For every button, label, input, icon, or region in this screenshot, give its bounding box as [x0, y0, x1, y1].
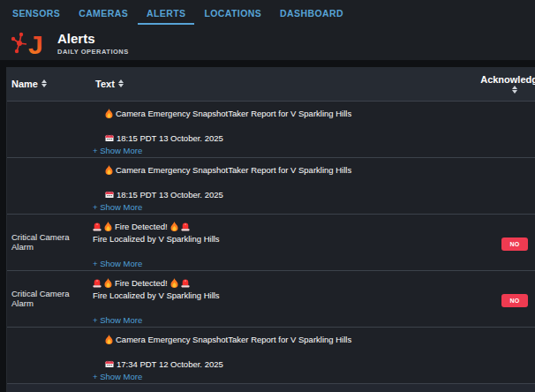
table-row: Critical Camera AlarmFire Detected!Fire …	[7, 214, 535, 270]
nav-item-cameras[interactable]: CAMERAS	[70, 0, 137, 26]
table-row: Camera Emergency SnapshotTaker Report fo…	[7, 157, 535, 214]
fire-icon	[104, 222, 112, 231]
siren-icon	[93, 222, 102, 231]
alert-text-preview: Camera Emergency SnapshotTaker Report fo…	[93, 164, 453, 198]
calendar-icon	[105, 191, 114, 198]
alert-name: Critical Camera Alarm	[7, 270, 91, 327]
alert-text-line: Fire Localized by V Sparkling Hills	[93, 290, 453, 302]
page-titles: Alerts DAILY OPERATIONS	[57, 32, 129, 56]
fire-icon	[105, 165, 113, 175]
table-row: Camera Emergency SnapshotTaker Report fo…	[7, 327, 535, 383]
show-more-link[interactable]: + Show More	[93, 372, 142, 381]
fire-icon	[170, 222, 178, 231]
show-more-link[interactable]: + Show More	[93, 202, 142, 212]
alerts-table-viewport[interactable]: Name Text Acknowledged	[6, 67, 535, 392]
alert-text-line: Fire Localized by V Sparkling Hills	[93, 233, 453, 245]
alert-text-cell: Fire Detected!Fire Localized by V Sparkl…	[91, 214, 453, 270]
acknowledged-cell: NO	[453, 214, 535, 270]
alert-text-line: Fire Detected!	[93, 277, 453, 290]
alert-name: Critical Camera Alarm	[7, 214, 91, 270]
alert-text-cell: Camera Emergency SnapshotTaker Report fo…	[91, 157, 453, 214]
column-label: Acknowledged	[480, 74, 535, 85]
page-title: Alerts	[57, 32, 129, 46]
table-row: Critical Camera AlarmFire Detected!Fire …	[7, 270, 535, 327]
nav-item-sensors[interactable]: SENSORS	[4, 0, 69, 26]
alert-text-cell: Camera Emergency SnapshotTaker Report fo…	[91, 101, 453, 157]
sort-icon	[512, 86, 517, 94]
nav-item-locations[interactable]: LOCATIONS	[195, 0, 270, 26]
column-header-text[interactable]: Text	[91, 67, 453, 101]
acknowledged-badge[interactable]: NO	[501, 237, 527, 251]
siren-icon	[181, 222, 190, 231]
acknowledged-cell	[453, 327, 535, 383]
alert-text-cell: Fire Detected!Fire Localized by V Sparkl…	[91, 270, 453, 327]
alert-text: Camera Emergency SnapshotTaker Report fo…	[116, 165, 351, 175]
alert-text-preview: Fire Detected!Fire Localized by V Sparkl…	[93, 221, 453, 254]
acknowledged-cell	[453, 157, 535, 214]
acknowledged-cell: NO	[453, 270, 535, 327]
alert-text-preview: Camera Emergency SnapshotTaker Report fo…	[93, 334, 453, 367]
alert-name	[7, 101, 91, 157]
fire-icon	[105, 335, 113, 344]
svg-text:J: J	[28, 30, 43, 59]
alert-text-line: Camera Emergency SnapshotTaker Report fo…	[105, 334, 453, 346]
alert-text: 18:15 PDT 13 October, 2025	[117, 133, 223, 141]
alert-name	[7, 157, 91, 214]
alert-text-line	[105, 346, 453, 358]
nav-item-dashboard[interactable]: DASHBOARD	[271, 0, 352, 26]
fire-icon	[170, 278, 178, 288]
alerts-table: Name Text Acknowledged	[7, 67, 535, 392]
alert-text: Fire Localized by V Sparkling Hills	[93, 234, 220, 244]
sort-icon	[41, 79, 47, 87]
sort-icon	[118, 79, 124, 87]
alert-text-line: Fire Detected!	[93, 221, 453, 233]
app-logo-icon: J	[9, 26, 49, 60]
acknowledged-badge[interactable]: NO	[501, 294, 527, 307]
column-header-name[interactable]: Name	[7, 67, 91, 101]
column-header-acknowledged[interactable]: Acknowledged	[453, 67, 535, 101]
alert-text: Camera Emergency SnapshotTaker Report fo…	[116, 109, 351, 118]
alert-text-preview: Camera Emergency SnapshotTaker Report fo…	[93, 108, 453, 141]
siren-icon	[181, 279, 190, 288]
alert-text: Camera Emergency SnapshotTaker Report fo…	[116, 335, 351, 344]
page-header: J Alerts DAILY OPERATIONS	[0, 26, 535, 60]
alert-text: Fire Detected!	[115, 222, 168, 231]
alert-text: Fire Detected!	[115, 278, 168, 288]
page-subtitle: DAILY OPERATIONS	[57, 48, 129, 56]
calendar-icon	[105, 360, 114, 367]
fire-icon	[104, 278, 112, 288]
column-label: Name	[11, 79, 38, 89]
main-nav: SENSORSCAMERASALERTSLOCATIONSDASHBOARD	[0, 0, 535, 26]
alert-text-cell: Camera Emergency SnapshotTaker Report fo…	[91, 327, 453, 383]
alert-text-preview: Fire Detected!Fire Localized by V Sparkl…	[93, 277, 453, 311]
show-more-link[interactable]: + Show More	[93, 259, 142, 268]
alert-text-line	[105, 177, 453, 189]
siren-icon	[93, 279, 102, 288]
nav-item-alerts[interactable]: ALERTS	[138, 0, 194, 26]
alert-text: 17:34 PDT 12 October, 2025	[117, 359, 223, 367]
alert-text-line: 18:15 PDT 13 October, 2025	[105, 132, 453, 141]
alert-text-line: 18:15 PDT 13 October, 2025	[105, 189, 453, 198]
alert-text: Fire Localized by V Sparkling Hills	[93, 290, 220, 300]
alert-name	[7, 327, 91, 383]
acknowledged-cell	[453, 101, 535, 157]
alert-text-line	[105, 120, 453, 132]
fire-icon	[105, 109, 113, 118]
calendar-icon	[105, 134, 114, 141]
table-row-partial	[7, 383, 535, 392]
table-row: Camera Emergency SnapshotTaker Report fo…	[7, 101, 535, 157]
top-bar: SENSORSCAMERASALERTSLOCATIONSDASHBOARD J	[0, 0, 535, 60]
table-header-row: Name Text Acknowledged	[7, 67, 535, 101]
alert-text: 18:15 PDT 13 October, 2025	[117, 190, 223, 198]
alert-text-line: Camera Emergency SnapshotTaker Report fo…	[105, 108, 453, 120]
show-more-link[interactable]: + Show More	[93, 315, 142, 325]
show-more-link[interactable]: + Show More	[93, 146, 142, 155]
alert-text-line: 17:34 PDT 12 October, 2025	[105, 358, 453, 367]
column-label: Text	[95, 79, 115, 89]
alert-text-line: Camera Emergency SnapshotTaker Report fo…	[105, 164, 453, 177]
